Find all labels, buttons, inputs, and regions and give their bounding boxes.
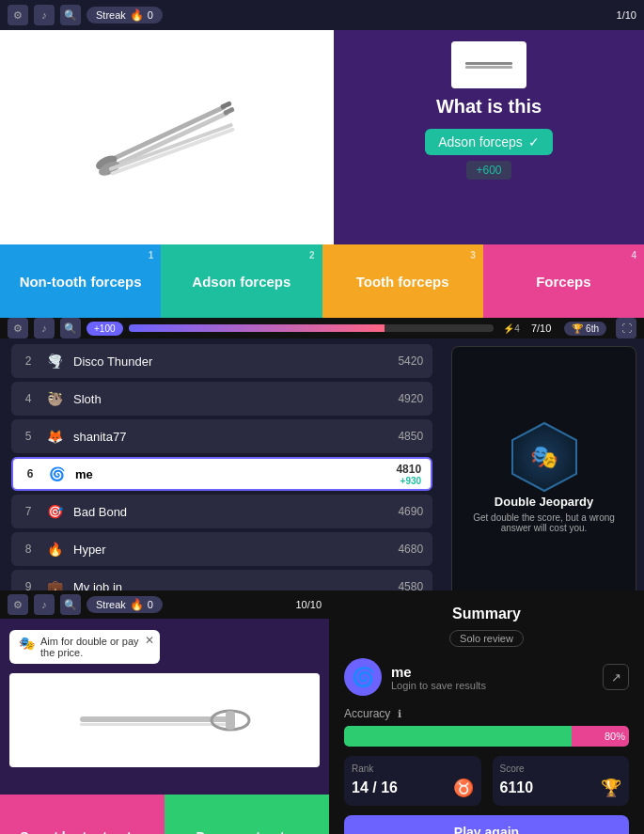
rank-icon: ♉ (453, 778, 474, 798)
correct-answer-text: Adson forceps (438, 134, 523, 149)
answer-option-1[interactable]: 1 Non-tooth forceps (0, 244, 161, 318)
score-badge-2: +100 (86, 322, 123, 336)
search-icon[interactable]: 🔍 (60, 5, 81, 25)
leaderboard-row: 7 🎯 Bad Bond 4690 (11, 495, 432, 528)
score-icon: 🏆 (601, 778, 621, 798)
quiz-content: What is this Adson forceps ✓ +600 (0, 30, 644, 244)
tooltip-close-button[interactable]: ✕ (145, 634, 154, 647)
leaderboard-body: 2 🌪️ Disco Thunder 5420 4 🦥 Sloth 4920 5… (0, 338, 644, 613)
option-number-4: 4 (631, 250, 636, 260)
svg-rect-9 (465, 66, 512, 69)
rank-value: 14 / 16 (352, 779, 398, 796)
avatar: 🦊 (43, 425, 66, 448)
avatar: 🦥 (43, 387, 66, 410)
search-icon-3[interactable]: 🔍 (60, 594, 81, 615)
answer-option-3[interactable]: 3 Tooth forceps (322, 244, 483, 318)
score-value: 6110 (500, 779, 534, 796)
svg-rect-13 (80, 723, 230, 726)
share-button[interactable]: ↗ (603, 664, 629, 690)
toolbar-1: ⚙ ♪ 🔍 Streak 🔥 0 1/10 (0, 0, 644, 30)
search-icon-2[interactable]: 🔍 (60, 318, 81, 338)
answer-option-4[interactable]: 4 Forceps (483, 244, 644, 318)
leaderboard-row-me: 6 🌀 me 4810+930 (11, 457, 432, 491)
fire-icon: 🔥 (130, 8, 144, 22)
main-image-area (0, 30, 334, 244)
fullscreen-icon[interactable]: ⛶ (616, 318, 636, 338)
final-quiz-area: 🎭 Aim for double or pay the price. ✕ (0, 619, 329, 795)
powerup-title: Double Jeopardy (495, 495, 593, 509)
toolbar-3: ⚙ ♪ 🔍 Streak 🔥 0 10/10 (0, 590, 329, 619)
fire-icon-3: 🔥 (130, 598, 144, 611)
answer-option-sweet-hart[interactable]: Sweet hart retractor (0, 795, 165, 834)
leaderboard-row: 2 🌪️ Disco Thunder 5420 (11, 344, 432, 378)
solo-review-button[interactable]: Solo review (449, 630, 524, 647)
question-area: What is this Adson forceps ✓ +600 (334, 30, 644, 244)
option-number-1: 1 (149, 250, 154, 260)
accuracy-fill (344, 726, 629, 747)
avatar-icon: 🌀 (352, 666, 375, 688)
music-icon-2[interactable]: ♪ (34, 318, 55, 338)
progress-bar (129, 324, 495, 332)
retractor-svg (71, 692, 259, 748)
accuracy-label: Accuracy (344, 707, 390, 720)
answer-option-deaver[interactable]: Deaver retractor (165, 795, 329, 834)
answer-option-2[interactable]: 2 Adson forceps (161, 244, 322, 318)
option-number-3: 3 (470, 250, 476, 260)
hex-svg: 🎭 (507, 419, 582, 495)
powerup-hex-icon: 🎭 (507, 419, 582, 495)
progress-3: 10/10 (295, 599, 322, 610)
leaderboard-row: 5 🦊 shanita77 4850 (11, 419, 432, 453)
forceps-image (64, 90, 271, 184)
correct-answer-bubble: Adson forceps ✓ (425, 129, 553, 155)
rank-text: 6th (586, 323, 599, 334)
rank-label: Rank (352, 763, 474, 774)
streak-label-3: Streak (96, 599, 126, 610)
option-label-4: Forceps (536, 274, 590, 290)
boost-icon: ⚡4 (503, 323, 520, 334)
avatar: 🌀 (45, 463, 68, 485)
svg-rect-12 (80, 716, 230, 722)
score-gain-badge: +600 (466, 161, 510, 180)
rank-badge: 🏆 6th (564, 322, 606, 336)
powerup-desc: Get double the score, but a wrong answer… (462, 512, 626, 533)
streak-badge: Streak 🔥 0 (86, 7, 163, 24)
flame-count-3: 0 (148, 599, 153, 610)
answer-options-final: Sweet hart retractor Deaver retractor (0, 795, 329, 834)
music-icon[interactable]: ♪ (34, 5, 55, 25)
flame-count: 0 (148, 9, 153, 21)
summary-title: Summary (344, 606, 629, 622)
thumb-svg (461, 51, 517, 79)
username: me (391, 664, 486, 680)
accuracy-bar: 80% (344, 726, 629, 747)
option-number-2: 2 (309, 250, 315, 260)
option-label-2: Adson forceps (192, 274, 291, 290)
question-thumb (451, 41, 526, 88)
score-stat-box: Score 6110 🏆 (493, 756, 630, 806)
rank-stat-box: Rank 14 / 16 ♉ (344, 756, 481, 806)
summary-panel: Summary Solo review 🌀 me Login to save r… (329, 590, 644, 834)
leaderboard-row: 8 🔥 Hyper 4680 (11, 532, 432, 566)
option-label-1: Non-tooth forceps (20, 274, 142, 290)
tooltip-text: Aim for double or pay the price. (40, 636, 150, 658)
forceps-svg (64, 90, 271, 184)
settings-icon[interactable]: ⚙ (8, 5, 28, 25)
user-avatar: 🌀 (344, 658, 382, 696)
play-again-button[interactable]: Play again (344, 815, 629, 834)
tooltip-icon: 🎭 (19, 636, 35, 651)
streak-badge-3: Streak 🔥 0 (86, 596, 163, 613)
tooltip-box: 🎭 Aim for double or pay the price. ✕ (9, 630, 160, 664)
streak-label: Streak (96, 9, 126, 21)
progress-indicator: 1/10 (617, 9, 636, 21)
svg-rect-8 (465, 62, 512, 65)
question-text: What is this (436, 96, 542, 118)
user-sub-label: Login to save results (391, 680, 486, 691)
accuracy-info-icon: ℹ (398, 708, 401, 720)
retractor-image-area (9, 673, 320, 767)
settings-icon-2[interactable]: ⚙ (8, 318, 28, 338)
accuracy-row: Accuracy ℹ (344, 707, 629, 720)
settings-icon-3[interactable]: ⚙ (8, 594, 28, 615)
svg-text:🎭: 🎭 (530, 443, 558, 470)
user-info: me Login to save results (391, 664, 486, 691)
user-row: 🌀 me Login to save results ↗ (344, 658, 629, 696)
music-icon-3[interactable]: ♪ (34, 594, 55, 615)
